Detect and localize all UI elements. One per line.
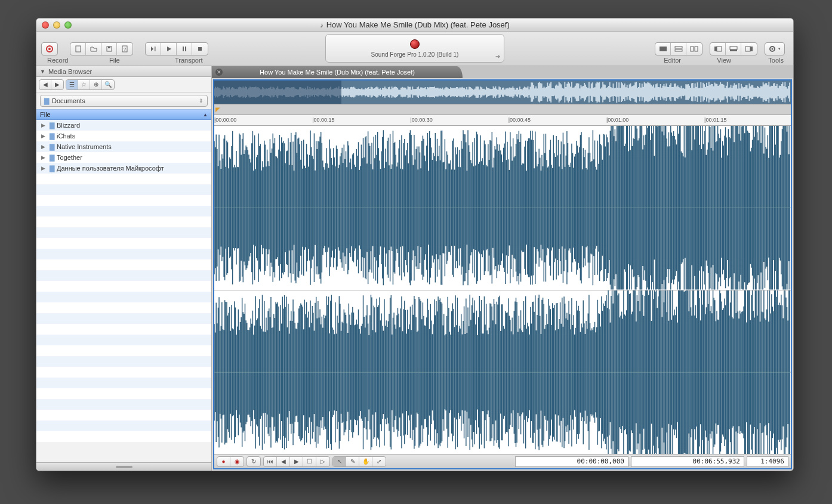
folder-icon: ▇ [50,143,54,151]
play-transport-button[interactable]: ▷ [316,457,329,466]
play-button[interactable] [161,43,177,55]
list-spacer [36,367,211,378]
duration-readout[interactable]: 00:06:55,932 [631,456,744,467]
list-view-button[interactable]: ☰ [66,80,78,89]
waveform-channels[interactable] [214,126,791,454]
file-column-header[interactable]: File ▲ [36,109,211,120]
pause-button[interactable] [177,43,192,55]
list-spacer [36,249,211,259]
sort-triangle-icon: ▲ [203,112,208,118]
folder-icon: ▇ [50,122,54,129]
list-spacer [36,184,211,195]
back-button[interactable]: ◀ [39,80,51,89]
svg-rect-15 [695,47,698,51]
browser-view-modes: ☰ ☆ ⊕ 🔍 [66,79,115,90]
minimize-window-button[interactable] [53,21,60,29]
folder-name: Native Instruments [57,143,112,150]
svg-point-22 [770,47,775,51]
list-spacer [36,399,211,410]
media-browser-header[interactable]: ▼ Media Browser [36,66,211,77]
center-status-box[interactable]: Sound Forge Pro 1.0.20 (Build 1) ➔ [325,34,504,63]
add-favorite-button[interactable]: ⊕ [90,80,102,89]
time-ruler[interactable]: |00:00:00 |00:00:15 |00:00:30 |00:00:45 … [214,115,791,126]
forward-seek-button[interactable]: ▶ [290,457,303,466]
save-file-button[interactable] [101,43,117,55]
sidebar-resize-handle[interactable] [36,462,211,471]
record-new-button[interactable]: ◉ [230,457,244,466]
list-spacer [36,356,211,367]
view-mode-2-button[interactable] [671,43,686,55]
properties-button[interactable]: ? [117,43,132,55]
window-controls [42,21,72,29]
go-start-button[interactable]: ⏮ [264,457,277,466]
ruler-tick: |00:01:00 [606,117,628,123]
folder-icon: ▇ [50,154,54,162]
view-mode-3-button[interactable] [686,43,702,55]
record-group [41,42,58,55]
window-title: ♪ How You Make Me Smile (Dub Mix) (feat.… [320,20,510,29]
view-mode-1-button[interactable] [655,43,671,55]
search-button[interactable]: 🔍 [102,80,114,89]
document-tab[interactable]: ✕ How You Make Me Smile (Dub Mix) (feat.… [212,66,463,78]
channel-left[interactable] [214,126,791,290]
play-all-button[interactable] [146,43,161,55]
rewind-button[interactable]: ◀ [277,457,290,466]
folder-row[interactable]: ▶▇Together [36,152,211,163]
marker-bar[interactable]: ◤ [214,104,791,115]
loop-button[interactable]: ↻ [247,457,260,466]
title-bar[interactable]: ♪ How You Make Me Smile (Dub Mix) (feat.… [36,18,793,32]
folder-row[interactable]: ▶▇Данные пользователя Майкрософт [36,163,211,174]
expand-arrow-icon[interactable]: ▶ [41,165,47,171]
zoom-readout[interactable]: 1:4096 [747,456,788,467]
folder-name: iChats [57,132,75,140]
svg-rect-19 [730,50,737,51]
favorite-button[interactable]: ☆ [78,80,90,89]
expand-arrow-icon[interactable]: ▶ [41,133,47,139]
waveform-left [214,126,791,290]
overview-bar[interactable] [214,81,791,104]
expand-arrow-icon[interactable]: ▶ [41,144,47,150]
position-readout[interactable]: 00:00:00,000 [515,456,628,467]
panel-bottom-button[interactable] [726,43,741,55]
ruler-tick: |00:00:45 [509,117,531,123]
selection-tool-button[interactable]: ↖ [333,457,346,466]
app-window: ♪ How You Make Me Smile (Dub Mix) (feat.… [36,18,794,471]
stop-transport-button[interactable]: ☐ [303,457,316,466]
tab-title: How You Make Me Smile (Dub Mix) (feat. P… [260,69,415,76]
hand-tool-button[interactable]: ✋ [359,457,372,466]
expand-arrow-icon[interactable]: ▶ [41,122,47,128]
zoom-tool-button[interactable]: ⤢ [372,457,386,466]
marker-flag-icon[interactable]: ◤ [215,106,220,113]
channel-right[interactable] [214,290,791,454]
media-browser-toolbar: ◀ ▶ ☰ ☆ ⊕ 🔍 [36,77,211,92]
file-list[interactable]: ▶▇Blizzard ▶▇iChats ▶▇Native Instruments… [36,120,211,462]
panel-left-button[interactable] [710,43,726,55]
overview-visible-range[interactable] [214,81,341,104]
media-browser-title: Media Browser [48,68,92,75]
close-window-button[interactable] [42,21,49,29]
disclosure-triangle-icon[interactable]: ▼ [40,69,45,75]
close-tab-button[interactable]: ✕ [215,69,223,76]
folder-row[interactable]: ▶▇Native Instruments [36,141,211,152]
list-spacer [36,324,211,335]
center-arrow-icon[interactable]: ➔ [495,53,500,60]
svg-rect-12 [675,47,682,48]
expand-arrow-icon[interactable]: ▶ [41,154,47,160]
pencil-tool-button[interactable]: ✎ [346,457,359,466]
folder-dropdown[interactable]: ▇ Documents ⇳ [40,95,208,107]
arm-record-button[interactable]: ● [217,457,230,466]
open-file-button[interactable] [86,43,101,55]
record-button[interactable] [42,43,57,55]
list-spacer [36,313,211,324]
zoom-window-button[interactable] [64,21,72,29]
tools-gear-button[interactable]: ▾ [765,43,784,55]
folder-row[interactable]: ▶▇Blizzard [36,120,211,131]
bb-tool-group: ↖ ✎ ✋ ⤢ [332,456,386,467]
panel-right-button[interactable] [741,43,757,55]
new-file-button[interactable] [70,43,86,55]
svg-rect-8 [183,47,184,51]
svg-rect-4 [108,47,110,48]
stop-button[interactable] [192,43,208,55]
folder-row[interactable]: ▶▇iChats [36,131,211,141]
forward-button[interactable]: ▶ [51,80,63,89]
